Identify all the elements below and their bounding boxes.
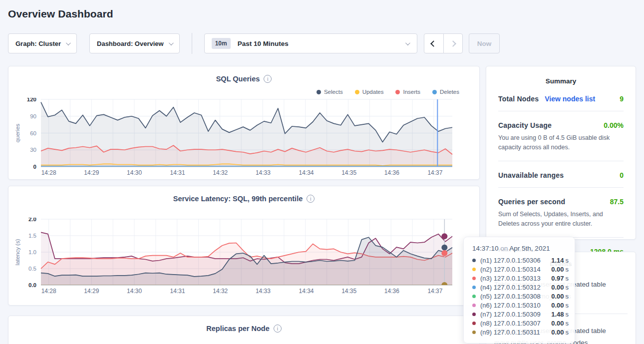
latency-unit: s	[566, 266, 569, 273]
legend-color-dot	[355, 90, 359, 94]
summary-row-capacity: Capacity Usage 0.00% You are using 0 B o…	[498, 111, 624, 161]
charts-column: SQL Queries i SelectsUpdatesInsertsDelet…	[8, 66, 480, 344]
latency-unit: s	[566, 320, 569, 327]
chart-title-row: Service Latency: SQL, 99th percentile i	[8, 186, 479, 203]
summary-panel: Summary Total Nodes View nodes list 9 Ca…	[486, 66, 636, 240]
summary-row-unavailable-ranges: Unavailable ranges 0	[498, 161, 624, 187]
legend-item-updates[interactable]: Updates	[355, 88, 384, 95]
info-icon[interactable]: i	[307, 195, 315, 203]
node-address: (n4) 127.0.0.1:50312	[480, 284, 551, 291]
legend-item-inserts[interactable]: Inserts	[395, 88, 420, 95]
node-address: (n5) 127.0.0.1:50308	[480, 293, 551, 300]
node-color-dot	[472, 259, 476, 262]
chart-title: Service Latency: SQL, 99th percentile	[173, 195, 303, 203]
chart-title-row: SQL Queries i	[8, 66, 479, 83]
node-latency-value: 0.00	[551, 293, 564, 300]
svg-text:0.0: 0.0	[28, 282, 36, 288]
svg-text:1.5: 1.5	[28, 233, 36, 239]
latency-unit: s	[566, 257, 569, 264]
legend-color-dot	[432, 90, 437, 94]
summary-row-qps: Queries per second 87.5 Sum of Selects, …	[498, 188, 624, 237]
chart-title-row: Replicas per Node i	[8, 316, 479, 333]
legend-label: Deletes	[440, 89, 459, 95]
summary-label: Total Nodes	[498, 95, 539, 103]
tooltip-date: Apr 5th, 2021	[509, 245, 550, 252]
summary-value: 0.00%	[604, 121, 624, 129]
svg-text:14:36: 14:36	[384, 169, 399, 176]
svg-text:14:29: 14:29	[84, 169, 99, 176]
y-axis-unit-label: latency (s)	[14, 239, 20, 265]
svg-text:14:28: 14:28	[41, 169, 56, 176]
tooltip-row: (n9) 127.0.0.1:503110.00s	[472, 328, 569, 337]
svg-text:14:29: 14:29	[84, 288, 99, 295]
chevron-right-icon	[450, 40, 456, 47]
svg-text:14:34: 14:34	[299, 169, 314, 176]
svg-text:0.5: 0.5	[28, 266, 36, 272]
dashboard-label: Dashboard: Overview	[97, 40, 164, 47]
tooltip-row: (n2) 127.0.0.1:503140.00s	[472, 265, 569, 274]
chevron-down-icon	[66, 40, 71, 45]
time-back-button[interactable]	[424, 34, 443, 53]
page-title: Overview Dashboard	[8, 0, 636, 20]
legend-label: Selects	[324, 89, 343, 95]
tooltip-row: (n5) 127.0.0.1:503080.00s	[472, 292, 569, 301]
summary-label: Unavailable ranges	[498, 171, 564, 179]
latency-unit: s	[566, 329, 569, 336]
tooltip-on: on	[499, 245, 510, 252]
tooltip-time: 14:37:10	[472, 245, 499, 252]
node-color-dot	[472, 322, 476, 325]
node-address: (n1) 127.0.0.1:50306	[480, 257, 551, 264]
svg-text:14:33: 14:33	[256, 169, 271, 176]
latency-unit: s	[566, 275, 569, 282]
node-color-dot	[472, 304, 476, 307]
chevron-left-icon	[430, 40, 437, 47]
chart-series	[41, 102, 452, 167]
node-address: (n9) 127.0.0.1:50311	[480, 329, 551, 336]
svg-text:14:35: 14:35	[341, 288, 356, 295]
graph-scope-dropdown[interactable]: Graph: Cluster	[8, 33, 77, 53]
time-range-badge: 10m	[212, 38, 231, 49]
view-nodes-list-link[interactable]: View nodes list	[545, 95, 595, 103]
legend-label: Updates	[362, 89, 384, 95]
legend-color-dot	[317, 90, 321, 94]
info-icon[interactable]: i	[264, 75, 272, 83]
node-color-dot	[472, 313, 476, 316]
svg-text:30: 30	[30, 147, 36, 153]
node-address: (n6) 127.0.0.1:50310	[480, 302, 551, 309]
svg-text:14:35: 14:35	[341, 169, 356, 176]
tooltip-timestamp: 14:37:10 on Apr 5th, 2021	[472, 245, 569, 252]
latency-unit: s	[566, 311, 569, 318]
summary-label: Queries per second	[498, 198, 565, 206]
chevron-down-icon	[405, 40, 410, 45]
sql-queries-chart[interactable]: 030609012014:2814:2914:3014:3114:3214:33…	[8, 98, 480, 179]
dashboard-dropdown[interactable]: Dashboard: Overview	[89, 33, 180, 53]
summary-label: Capacity Usage	[498, 121, 552, 129]
graph-scope-label: Graph: Cluster	[15, 40, 61, 47]
legend-label: Inserts	[403, 89, 420, 95]
info-icon[interactable]: i	[274, 325, 282, 333]
time-range-dropdown[interactable]: 10m Past 10 Minutes	[204, 33, 417, 53]
now-button[interactable]: Now	[469, 33, 500, 53]
controls-divider	[192, 33, 192, 54]
svg-text:14:33: 14:33	[256, 288, 271, 295]
summary-row-total-nodes: Total Nodes View nodes list 9	[498, 85, 624, 111]
legend-color-dot	[395, 90, 400, 94]
tooltip-row: (n8) 127.0.0.1:503070.00s	[472, 319, 569, 328]
latency-unit: s	[566, 302, 569, 309]
svg-text:1.0: 1.0	[28, 249, 36, 255]
svg-text:14:36: 14:36	[384, 288, 399, 295]
summary-value: 87.5	[610, 198, 624, 206]
svg-text:14:30: 14:30	[127, 169, 142, 176]
legend-item-selects[interactable]: Selects	[317, 88, 343, 95]
svg-text:0: 0	[33, 164, 36, 170]
node-color-dot	[472, 295, 476, 298]
summary-title: Summary	[498, 66, 624, 85]
time-forward-button[interactable]	[443, 34, 462, 53]
legend-item-deletes[interactable]: Deletes	[432, 88, 459, 95]
replicas-per-node-card: Replicas per Node i	[8, 316, 480, 344]
sql-queries-card: SQL Queries i SelectsUpdatesInsertsDelet…	[8, 66, 480, 180]
service-latency-chart[interactable]: 0.00.51.01.52.014:2814:2914:3014:3114:32…	[8, 218, 480, 296]
svg-text:14:28: 14:28	[41, 288, 56, 295]
chart-title: Replicas per Node	[206, 325, 270, 333]
svg-text:14:32: 14:32	[213, 288, 228, 295]
